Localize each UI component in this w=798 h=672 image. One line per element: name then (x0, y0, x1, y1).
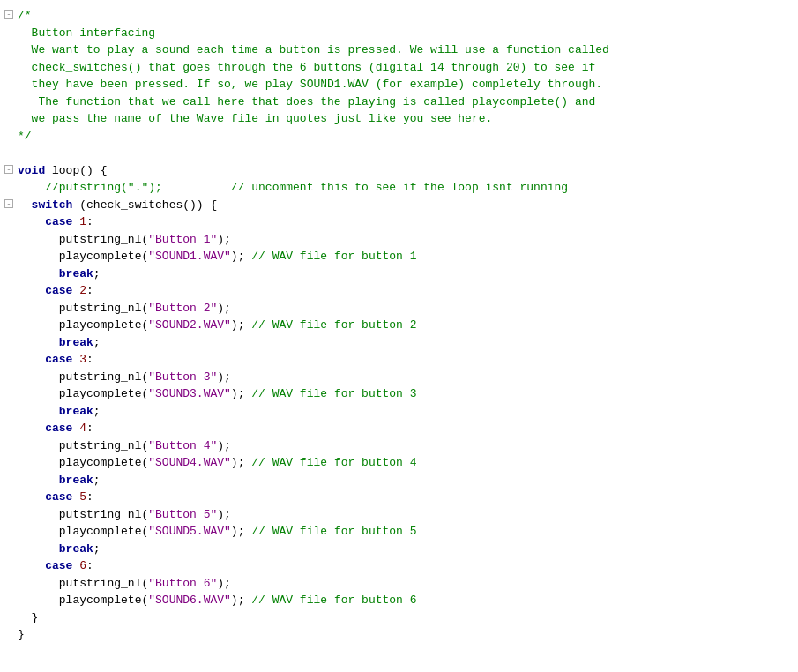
code-line: case 6: (0, 557, 798, 575)
code-line: break; (0, 334, 798, 352)
code-line: */ (0, 128, 798, 146)
line-content: break; (18, 265, 794, 283)
code-line: } (0, 626, 798, 644)
code-line: break; (0, 472, 798, 489)
code-line: -void loop() { (0, 162, 798, 180)
line-content: playcomplete("SOUND2.WAV"); // WAV file … (18, 317, 794, 334)
code-line: We want to play a sound each time a butt… (0, 41, 798, 59)
code-line: break; (0, 265, 798, 283)
code-line: -/* (0, 7, 798, 25)
code-line: check_switches() that goes through the 6… (0, 59, 798, 77)
line-content: playcomplete("SOUND4.WAV"); // WAV file … (18, 454, 794, 472)
code-line: we pass the name of the Wave file in quo… (0, 110, 798, 128)
code-line: playcomplete("SOUND5.WAV"); // WAV file … (0, 523, 798, 541)
line-content: break; (18, 403, 794, 421)
line-content: putstring_nl("Button 4"); (18, 437, 794, 455)
code-line: they have been pressed. If so, we play S… (0, 76, 798, 93)
line-content: we pass the name of the Wave file in quo… (18, 110, 794, 128)
code-line: putstring_nl("Button 2"); (0, 300, 798, 317)
line-content: break; (18, 472, 794, 489)
line-content: */ (18, 128, 794, 146)
line-content: playcomplete("SOUND1.WAV"); // WAV file … (18, 248, 794, 265)
line-content: /* (18, 7, 794, 25)
code-line: The function that we call here that does… (0, 93, 798, 111)
code-line: playcomplete("SOUND3.WAV"); // WAV file … (0, 385, 798, 403)
code-line: playcomplete("SOUND2.WAV"); // WAV file … (0, 317, 798, 334)
code-line: case 2: (0, 282, 798, 300)
line-content: playcomplete("SOUND6.WAV"); // WAV file … (18, 592, 794, 609)
line-content: they have been pressed. If so, we play S… (18, 76, 794, 93)
line-content: We want to play a sound each time a butt… (18, 41, 794, 59)
code-line: putstring_nl("Button 3"); (0, 369, 798, 386)
code-editor: -/* Button interfacing We want to play a… (0, 0, 798, 672)
code-line: putstring_nl("Button 6"); (0, 575, 798, 593)
line-content: case 2: (18, 282, 794, 300)
code-line: playcomplete("SOUND6.WAV"); // WAV file … (0, 592, 798, 609)
line-content: break; (18, 541, 794, 558)
line-content: putstring_nl("Button 3"); (18, 369, 794, 386)
code-line: case 5: (0, 489, 798, 506)
line-content: case 3: (18, 351, 794, 369)
line-content: void loop() { (18, 162, 794, 180)
line-content: Button interfacing (18, 25, 794, 42)
code-line: //putstring("."); // uncomment this to s… (0, 179, 798, 197)
line-content: check_switches() that goes through the 6… (18, 59, 794, 77)
line-content: putstring_nl("Button 6"); (18, 575, 794, 593)
line-content: //putstring("."); // uncomment this to s… (18, 179, 794, 197)
line-content: putstring_nl("Button 5"); (18, 506, 794, 524)
code-line: case 1: (0, 213, 798, 231)
code-line: - switch (check_switches()) { (0, 197, 798, 214)
line-content: putstring_nl("Button 1"); (18, 231, 794, 249)
fold-gutter: - (4, 197, 18, 212)
line-content: break; (18, 334, 794, 352)
fold-gutter: - (4, 162, 18, 177)
line-content: putstring_nl("Button 2"); (18, 300, 794, 317)
line-content: case 1: (18, 213, 794, 231)
code-line: break; (0, 403, 798, 421)
code-line: break; (0, 541, 798, 558)
line-content: case 5: (18, 489, 794, 506)
line-content: playcomplete("SOUND5.WAV"); // WAV file … (18, 523, 794, 541)
line-content: } (18, 626, 794, 644)
code-line: Button interfacing (0, 25, 798, 42)
code-line: playcomplete("SOUND1.WAV"); // WAV file … (0, 248, 798, 265)
line-content: case 6: (18, 557, 794, 575)
fold-gutter: - (4, 7, 18, 22)
line-content: switch (check_switches()) { (18, 197, 794, 214)
code-line: putstring_nl("Button 1"); (0, 231, 798, 249)
code-line: } (0, 609, 798, 627)
line-content: playcomplete("SOUND3.WAV"); // WAV file … (18, 385, 794, 403)
code-line: playcomplete("SOUND4.WAV"); // WAV file … (0, 454, 798, 472)
code-line: putstring_nl("Button 4"); (0, 437, 798, 455)
code-line: case 4: (0, 420, 798, 437)
line-content: The function that we call here that does… (18, 93, 794, 111)
code-line (0, 145, 798, 162)
code-line: case 3: (0, 351, 798, 369)
line-content: case 4: (18, 420, 794, 437)
code-line: putstring_nl("Button 5"); (0, 506, 798, 524)
line-content: } (18, 609, 794, 627)
